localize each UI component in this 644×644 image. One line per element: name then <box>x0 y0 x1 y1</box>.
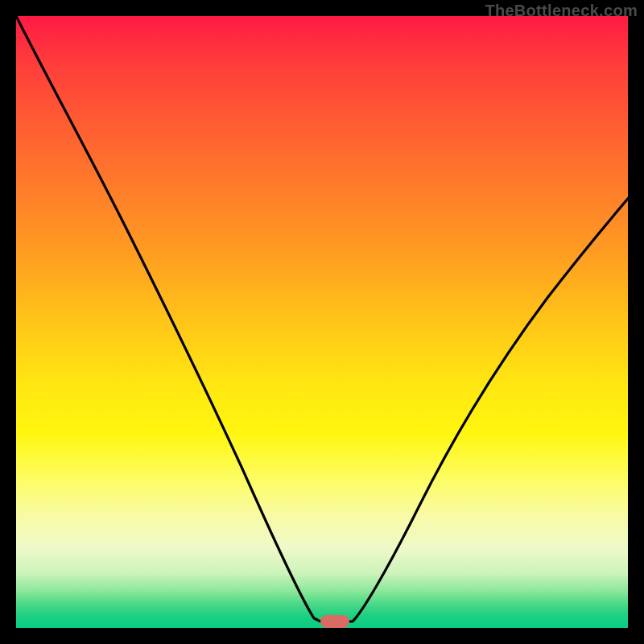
chart-frame: TheBottleneck.com <box>0 0 644 644</box>
curve-path <box>12 8 636 621</box>
optimum-marker <box>320 615 349 628</box>
plot-area <box>16 16 628 628</box>
watermark-label: TheBottleneck.com <box>485 2 638 20</box>
bottleneck-curve <box>16 16 628 628</box>
